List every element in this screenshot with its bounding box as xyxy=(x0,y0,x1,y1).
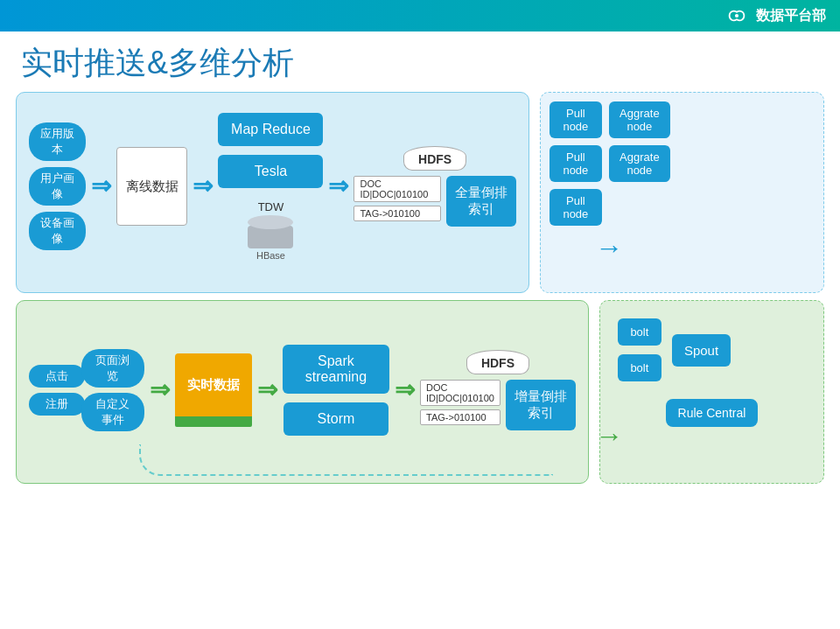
panels-row-2: 点击 注册 页面浏览 自定义事件 ⇒ 实时数据 ⇒ xyxy=(16,300,824,484)
doc-box-area: DOC ID|DOC|010100 TAG->010100 xyxy=(354,176,440,221)
arrow-rt-3: ⇒ xyxy=(395,378,415,402)
rule-central-area: Rule Central xyxy=(609,399,815,427)
realtime-panel: 点击 注册 页面浏览 自定义事件 ⇒ 实时数据 ⇒ xyxy=(16,300,589,484)
tesla-btn[interactable]: Tesla xyxy=(218,155,323,188)
offline-data-box: 离线数据 xyxy=(116,147,187,226)
quanliang-index: 全量倒排 索引 xyxy=(446,176,516,227)
main-content: 应用版本 用户画像 设备画像 ⇒ 离线数据 ⇒ Map Reduce Tesla xyxy=(0,92,840,493)
arrow-1: ⇒ xyxy=(91,174,111,199)
pull-node-1[interactable]: Pullnode xyxy=(550,101,602,138)
pull-row-1: Pullnode Aggratenode xyxy=(550,101,815,138)
realtime-data-box: 实时数据 xyxy=(175,353,252,416)
agg-node-1[interactable]: Aggratenode xyxy=(609,101,670,138)
brand-name: 数据平台部 xyxy=(756,7,826,25)
logo-icon xyxy=(724,7,749,24)
hbase-label: HBase xyxy=(256,250,285,261)
bolt-bottom[interactable]: bolt xyxy=(618,354,662,381)
realtime-labels-col2: 页面浏览 自定义事件 xyxy=(81,349,144,431)
arrow-rt-1: ⇒ xyxy=(150,378,170,402)
spout-bolt-area: bolt bolt Spout xyxy=(609,310,815,390)
top-bar: 数据平台部 xyxy=(0,0,840,31)
doc-id-row1: DOC ID|DOC|010100 xyxy=(354,176,440,202)
doc-id-row2: TAG->010100 xyxy=(354,206,440,221)
pull-row-2: Pullnode Aggratenode xyxy=(550,145,815,182)
spark-streaming-btn[interactable]: Spark streaming xyxy=(283,345,389,394)
zengliang-index: 增量倒排 索引 xyxy=(506,380,576,430)
arrow-2: ⇒ xyxy=(192,174,213,199)
mid-section-offline: Map Reduce Tesla TDW HBase xyxy=(218,113,323,261)
tag-rt: TAG->010100 xyxy=(420,409,500,425)
label-page-view: 页面浏览 xyxy=(81,349,144,388)
label-app-version: 应用版本 xyxy=(29,122,86,161)
doc-box-rt: DOC ID|DOC|010100 TAG->010100 xyxy=(420,380,500,425)
hdfs-index-rt-area: HDFS DOC ID|DOC|010100 TAG->010100 增量倒排 … xyxy=(420,350,576,430)
label-device-portrait: 设备画像 xyxy=(29,212,86,250)
map-reduce-btn[interactable]: Map Reduce xyxy=(218,113,323,146)
realtime-data-area: 实时数据 xyxy=(175,353,252,427)
pull-panel: Pullnode Aggratenode Pullnode Aggratenod… xyxy=(540,92,824,293)
pull-node-2[interactable]: Pullnode xyxy=(550,145,602,182)
logo-area: 数据平台部 xyxy=(724,7,826,25)
pull-node-3[interactable]: Pullnode xyxy=(550,189,602,226)
arrow-rt-2: ⇒ xyxy=(257,378,277,402)
page-title: 实时推送&多维分析 xyxy=(0,31,840,92)
hdfs-cloud-area: HDFS xyxy=(403,146,466,171)
tdw-area: TDW HBase xyxy=(248,200,293,261)
doc-id-rt: DOC ID|DOC|010100 xyxy=(420,380,500,406)
hdfs-label-rt: HDFS xyxy=(466,350,529,374)
bolts-col: bolt bolt xyxy=(618,318,662,381)
svg-point-0 xyxy=(735,14,738,17)
spout-btn[interactable]: Spout xyxy=(672,334,731,367)
label-custom-event: 自定义事件 xyxy=(81,393,144,431)
offline-labels: 应用版本 用户画像 设备画像 xyxy=(29,122,86,250)
arrow-3: ⇒ xyxy=(328,174,348,199)
pull-row-3: Pullnode xyxy=(550,189,815,226)
label-user-portrait: 用户画像 xyxy=(29,167,86,206)
hdfs-index-area: HDFS DOC ID|DOC|010100 TAG->010100 全量倒排 … xyxy=(354,146,515,227)
offline-panel: 应用版本 用户画像 设备画像 ⇒ 离线数据 ⇒ Map Reduce Tesla xyxy=(16,92,529,293)
label-register: 注册 xyxy=(29,393,85,416)
realtime-labels-col1: 点击 注册 xyxy=(29,365,76,416)
agg-node-2[interactable]: Aggratenode xyxy=(609,145,670,182)
bolt-top[interactable]: bolt xyxy=(618,318,662,346)
storm-panel: bolt bolt Spout Rule Central xyxy=(599,300,824,484)
big-green-arrow-right-bottom: → xyxy=(595,420,623,452)
tdw-label: TDW xyxy=(258,200,284,213)
storm-btn[interactable]: Storm xyxy=(284,402,388,436)
big-blue-arrow-right-top: → xyxy=(595,232,623,264)
label-click: 点击 xyxy=(29,365,85,388)
panels-row-1: 应用版本 用户画像 设备画像 ⇒ 离线数据 ⇒ Map Reduce Tesla xyxy=(16,92,824,293)
realtime-data-green-bar xyxy=(175,416,252,427)
mid-section-realtime: Spark streaming Storm xyxy=(283,345,389,436)
rule-central-btn[interactable]: Rule Central xyxy=(666,399,759,427)
hdfs-label: HDFS xyxy=(403,146,466,171)
